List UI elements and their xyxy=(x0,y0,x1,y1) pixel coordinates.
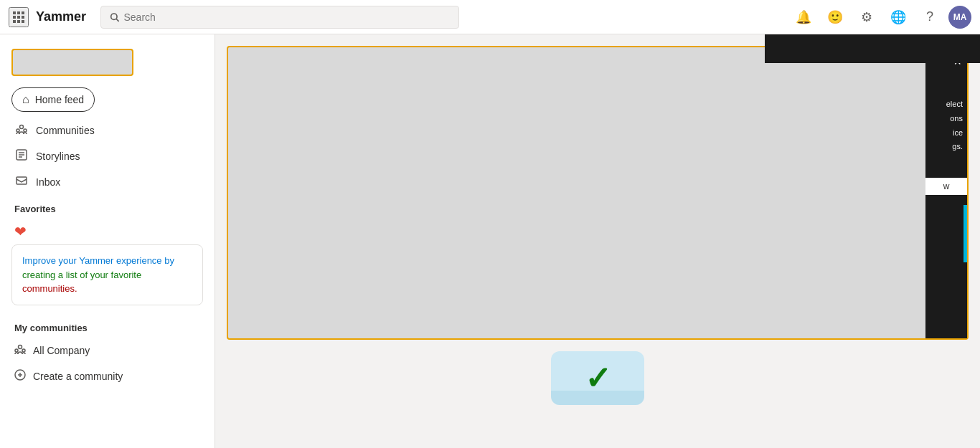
svg-rect-0 xyxy=(13,11,16,14)
sidebar-nav: ⌂ Home feed Communities xyxy=(0,87,215,195)
storylines-label: Storylines xyxy=(36,151,80,162)
favorites-section: ❤ Improve your Yammer experience by crea… xyxy=(0,223,215,305)
right-panel: × elect ons ice gs. w xyxy=(925,47,967,338)
all-company-icon xyxy=(14,343,26,358)
dark-top-bar xyxy=(765,34,980,63)
favorites-heart-icon: ❤ xyxy=(14,223,203,240)
svg-point-13 xyxy=(24,129,27,132)
favorites-tip: Improve your Yammer experience by creati… xyxy=(11,244,203,305)
svg-rect-2 xyxy=(22,11,24,14)
communities-icon xyxy=(14,123,29,138)
sidebar-item-communities[interactable]: Communities xyxy=(0,118,215,143)
sidebar: ⌂ Home feed Communities xyxy=(0,34,215,448)
svg-rect-8 xyxy=(22,20,24,23)
svg-point-20 xyxy=(15,349,18,352)
search-input[interactable] xyxy=(123,11,450,23)
create-community-label: Create a community xyxy=(33,371,123,382)
checkmark-shadow xyxy=(551,391,644,405)
sidebar-logo-area xyxy=(0,43,215,85)
settings-button[interactable]: ⚙ xyxy=(854,4,880,30)
topnav-actions: 🔔 🙂 ⚙ 🌐 ? MA xyxy=(791,4,971,30)
my-communities-section: All Company Create a community xyxy=(0,338,215,389)
svg-rect-5 xyxy=(22,16,24,19)
globe-button[interactable]: 🌐 xyxy=(885,4,911,30)
tip-text-green: creating a list of your favorite xyxy=(22,270,141,280)
tip-text-blue: Improve your Yammer experience by xyxy=(22,255,174,266)
app-name: Yammer xyxy=(36,9,86,24)
search-icon xyxy=(110,12,119,22)
svg-line-10 xyxy=(116,19,118,21)
all-company-label: All Company xyxy=(33,345,90,356)
sidebar-item-inbox[interactable]: Inbox xyxy=(0,169,215,195)
avatar[interactable]: MA xyxy=(948,6,971,29)
svg-rect-3 xyxy=(13,16,16,19)
main-content: × elect ons ice gs. w ✓ xyxy=(215,34,980,448)
storylines-icon xyxy=(14,149,29,163)
checkmark-area: ✓ xyxy=(215,351,980,405)
home-feed-label: Home feed xyxy=(35,94,84,105)
checkmark-box: ✓ xyxy=(551,351,644,405)
home-feed-button[interactable]: ⌂ Home feed xyxy=(11,87,95,112)
svg-point-11 xyxy=(20,125,24,129)
sidebar-item-create-community[interactable]: Create a community xyxy=(0,363,215,389)
create-community-icon xyxy=(14,369,26,383)
main-feed-box: × elect ons ice gs. w xyxy=(227,46,969,340)
panel-button[interactable]: w xyxy=(925,178,967,195)
svg-rect-4 xyxy=(17,16,20,19)
svg-rect-1 xyxy=(17,11,20,14)
notifications-button[interactable]: 🔔 xyxy=(791,4,816,30)
svg-point-19 xyxy=(19,345,22,348)
help-button[interactable]: ? xyxy=(917,4,943,30)
my-communities-section-title: My communities xyxy=(0,314,215,338)
sidebar-item-all-company[interactable]: All Company xyxy=(0,338,215,363)
tip-text-red: communities. xyxy=(22,283,77,294)
topnav: Yammer 🔔 🙂 ⚙ 🌐 ? MA xyxy=(0,0,980,34)
teal-bar xyxy=(963,205,967,262)
checkmark-container: ✓ xyxy=(551,351,644,405)
emoji-button[interactable]: 🙂 xyxy=(822,4,848,30)
home-icon: ⌂ xyxy=(22,93,29,106)
grid-icon[interactable] xyxy=(9,7,29,27)
favorites-section-title: Favorites xyxy=(0,195,215,219)
svg-point-9 xyxy=(111,13,117,19)
communities-label: Communities xyxy=(36,125,95,136)
svg-rect-6 xyxy=(13,20,16,23)
inbox-icon xyxy=(14,175,29,189)
checkmark-symbol: ✓ xyxy=(585,363,611,394)
svg-point-21 xyxy=(22,349,25,352)
panel-text: elect ons ice gs. xyxy=(946,97,963,154)
sidebar-logo-box xyxy=(11,49,133,76)
layout: ⌂ Home feed Communities xyxy=(0,34,980,448)
svg-point-12 xyxy=(17,129,19,132)
svg-rect-7 xyxy=(17,20,20,23)
sidebar-item-storylines[interactable]: Storylines xyxy=(0,143,215,169)
search-bar[interactable] xyxy=(100,6,459,29)
inbox-label: Inbox xyxy=(36,176,60,188)
